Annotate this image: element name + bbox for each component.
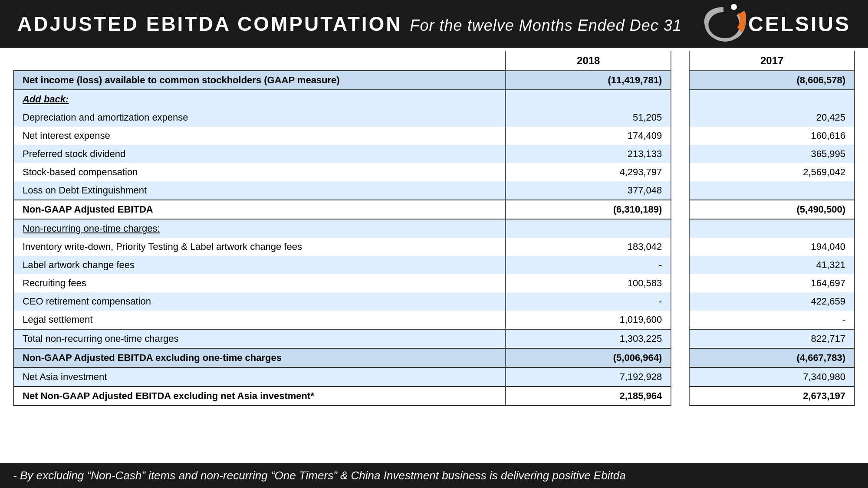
row-value-2017: 20,425 xyxy=(689,108,855,127)
row-value-2018: (5,006,964) xyxy=(506,348,671,367)
row-value-2018: (11,419,781) xyxy=(506,71,671,90)
row-description: Label artwork change fees xyxy=(13,256,506,274)
header-title: ADJUSTED EBITDA COMPUTATION For the twel… xyxy=(17,12,682,36)
row-value-2018: 51,205 xyxy=(506,108,671,127)
row-value-2017 xyxy=(689,90,855,108)
row-value-2018: 1,303,225 xyxy=(506,329,671,348)
table-row: Recruiting fees100,583164,697 xyxy=(13,274,855,292)
row-value-2018: 100,583 xyxy=(506,274,671,292)
row-description: Depreciation and amortization expense xyxy=(13,108,506,127)
table-row: Net Non-GAAP Adjusted EBITDA excluding n… xyxy=(13,386,855,406)
table-row: Non-GAAP Adjusted EBITDA(6,310,189)(5,49… xyxy=(13,200,855,219)
row-value-2018: 213,133 xyxy=(506,145,671,163)
col-header-2017: 2017 xyxy=(689,51,855,71)
row-value-2017 xyxy=(689,181,855,200)
table-row: Non-GAAP Adjusted EBITDA excluding one-t… xyxy=(13,348,855,367)
footer-text: - By excluding “Non-Cash” items and non-… xyxy=(13,469,626,482)
celsius-brand-text: CELSIUS xyxy=(748,12,851,36)
ebitda-table-container: 2018 2017 Net income (loss) available to… xyxy=(0,51,868,406)
row-value-2017 xyxy=(689,219,855,238)
row-value-2017: 422,659 xyxy=(689,292,855,311)
col-header-2018: 2018 xyxy=(506,51,671,71)
row-description: Non-GAAP Adjusted EBITDA excluding one-t… xyxy=(13,348,506,367)
celsius-logo-icon xyxy=(703,3,746,45)
row-value-2017: 164,697 xyxy=(689,274,855,292)
row-value-2017: (5,490,500) xyxy=(689,200,855,219)
row-description: Net income (loss) available to common st… xyxy=(13,71,506,90)
table-row: Stock-based compensation4,293,7972,569,0… xyxy=(13,163,855,181)
row-description: Legal settlement xyxy=(13,311,506,329)
table-row: Loss on Debt Extinguishment377,048 xyxy=(13,181,855,200)
row-description: Recruiting fees xyxy=(13,274,506,292)
title-italic: For the twelve Months Ended Dec 31 xyxy=(410,16,682,35)
row-value-2017: (4,667,783) xyxy=(689,348,855,367)
row-description: Add back: xyxy=(13,90,506,108)
table-row: Net Asia investment7,192,9287,340,980 xyxy=(13,367,855,386)
page-header: ADJUSTED EBITDA COMPUTATION For the twel… xyxy=(0,0,868,48)
row-description: Total non-recurring one-time charges xyxy=(13,329,506,348)
row-value-2017: 2,673,197 xyxy=(689,386,855,406)
table-row: CEO retirement compensation-422,659 xyxy=(13,292,855,311)
row-value-2017: 194,040 xyxy=(689,238,855,256)
row-description: Net Asia investment xyxy=(13,367,506,386)
table-row: Preferred stock dividend213,133365,995 xyxy=(13,145,855,163)
table-row: Non-recurring one-time charges: xyxy=(13,219,855,238)
row-value-2018: 1,019,600 xyxy=(506,311,671,329)
table-row: Net interest expense174,409160,616 xyxy=(13,127,855,145)
row-value-2018: 2,185,964 xyxy=(506,386,671,406)
table-row: Legal settlement1,019,600- xyxy=(13,311,855,329)
row-value-2018: - xyxy=(506,256,671,274)
row-value-2018: 174,409 xyxy=(506,127,671,145)
row-description: Net Non-GAAP Adjusted EBITDA excluding n… xyxy=(13,386,506,406)
table-row: Total non-recurring one-time charges1,30… xyxy=(13,329,855,348)
row-description: Loss on Debt Extinguishment xyxy=(13,181,506,200)
celsius-logo: CELSIUS xyxy=(703,3,851,45)
row-value-2018: - xyxy=(506,292,671,311)
row-value-2017: 2,569,042 xyxy=(689,163,855,181)
row-value-2017: 7,340,980 xyxy=(689,367,855,386)
svg-point-0 xyxy=(731,4,737,10)
row-value-2017: 365,995 xyxy=(689,145,855,163)
table-row: Add back: xyxy=(13,90,855,108)
table-row: Net income (loss) available to common st… xyxy=(13,71,855,90)
row-value-2017: (8,606,578) xyxy=(689,71,855,90)
row-value-2018 xyxy=(506,90,671,108)
row-description: Preferred stock dividend xyxy=(13,145,506,163)
table-row: Inventory write-down, Priority Testing &… xyxy=(13,238,855,256)
page-footer: - By excluding “Non-Cash” items and non-… xyxy=(0,463,868,488)
row-description: Non-recurring one-time charges: xyxy=(13,219,506,238)
row-value-2017: - xyxy=(689,311,855,329)
row-value-2018: 183,042 xyxy=(506,238,671,256)
row-value-2017: 160,616 xyxy=(689,127,855,145)
row-value-2018: 7,192,928 xyxy=(506,367,671,386)
title-bold: ADJUSTED EBITDA COMPUTATION xyxy=(17,12,402,36)
row-description: Stock-based compensation xyxy=(13,163,506,181)
row-value-2017: 41,321 xyxy=(689,256,855,274)
ebitda-table: 2018 2017 Net income (loss) available to… xyxy=(13,51,855,406)
row-description: Net interest expense xyxy=(13,127,506,145)
row-description: CEO retirement compensation xyxy=(13,292,506,311)
row-value-2018: (6,310,189) xyxy=(506,200,671,219)
table-row: Depreciation and amortization expense51,… xyxy=(13,108,855,127)
row-value-2018: 377,048 xyxy=(506,181,671,200)
row-description: Inventory write-down, Priority Testing &… xyxy=(13,238,506,256)
row-value-2018 xyxy=(506,219,671,238)
row-description: Non-GAAP Adjusted EBITDA xyxy=(13,200,506,219)
row-value-2018: 4,293,797 xyxy=(506,163,671,181)
row-value-2017: 822,717 xyxy=(689,329,855,348)
table-row: Label artwork change fees-41,321 xyxy=(13,256,855,274)
